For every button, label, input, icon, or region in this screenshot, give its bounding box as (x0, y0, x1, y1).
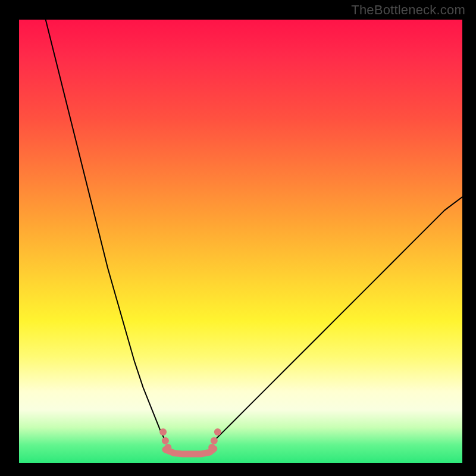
series-point-marker_dots (208, 444, 215, 451)
series-point-marker_dots (164, 444, 171, 451)
series-line-left_branch (46, 20, 165, 441)
chart-frame: TheBottleneck.com (0, 0, 476, 476)
series-point-marker_dots (214, 428, 221, 436)
series-point-marker_dots (211, 437, 218, 444)
curve-layer (19, 20, 462, 463)
series-line-right_branch (214, 197, 462, 441)
watermark-text: TheBottleneck.com (351, 2, 465, 18)
series-point-marker_dots (159, 428, 167, 436)
series-point-marker_dots (162, 437, 169, 444)
series-line-flat_bottom (165, 449, 214, 454)
plot-area (19, 20, 462, 463)
